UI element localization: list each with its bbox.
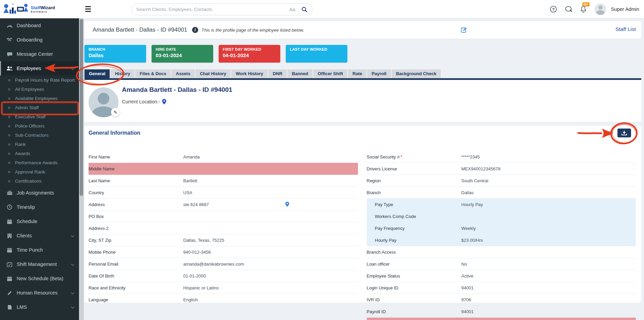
submenu-item-sub-contractors[interactable]: Sub-Contractors <box>0 131 79 140</box>
edit-page-icon[interactable] <box>461 27 467 34</box>
sidebar-item-job-assignments[interactable]: Job Assignments <box>0 186 79 200</box>
general-information-title: General Information <box>89 130 636 141</box>
submenu-item-payroll-hours[interactable]: Payroll Hours by Rate Report <box>0 75 79 85</box>
submenu-item-executive-staff[interactable]: Executive Staff <box>0 112 79 121</box>
field-label: Address <box>89 202 183 207</box>
sidebar-scrollbar[interactable] <box>79 18 84 320</box>
map-pin-icon[interactable] <box>162 99 166 104</box>
tab-officer-shift[interactable]: Officer Shift <box>313 69 347 78</box>
sidebar-item-employees[interactable]: Employees <box>0 61 79 75</box>
sidebar-item-timeslip[interactable]: Timeslip <box>0 200 79 214</box>
field-row-ivr-id: IVR ID9706 <box>367 294 636 306</box>
tab-general[interactable]: General <box>84 69 110 78</box>
submenu-item-certifications[interactable]: Certifications <box>0 176 79 186</box>
submenu-item-police-officers[interactable]: Police Officers <box>0 121 79 131</box>
card-value: 03-01-2024 <box>156 52 209 58</box>
tab-work-history[interactable]: Work History <box>231 69 268 78</box>
chat-bubble-icon <box>6 52 13 57</box>
avatar-edit-pencil-icon[interactable]: ✎ <box>111 108 120 117</box>
field-label: City, ST Zip <box>89 238 183 243</box>
user-avatar[interactable] <box>595 3 606 15</box>
field-value: MEX940012345678 <box>461 166 501 171</box>
sidebar-nav: Dashboard Onboarding Message Center Empl… <box>0 18 79 320</box>
sidebar-item-onboarding[interactable]: Onboarding <box>0 33 79 47</box>
submenu-item-approval-rank[interactable]: Approval Rank <box>0 167 79 176</box>
field-label: Loan officer <box>367 262 461 267</box>
sidebar-item-time-punch[interactable]: Time Punch <box>0 243 79 257</box>
sidebar-item-label: Message Center <box>17 51 53 57</box>
map-pin-icon[interactable] <box>285 202 289 208</box>
messages-chat-icon[interactable] <box>565 5 572 13</box>
staff-list-link[interactable]: Staff List <box>615 26 636 32</box>
bullet-icon <box>8 153 10 155</box>
tab-chat-history[interactable]: Chat History <box>195 69 231 78</box>
sidebar-item-clients[interactable]: Clients <box>0 229 79 243</box>
sidebar-item-shift-management[interactable]: Shift Management <box>0 257 79 271</box>
field-label: Payroll ID <box>367 309 461 314</box>
user-name[interactable]: Super Admin <box>611 6 639 12</box>
search-icon[interactable] <box>301 6 308 13</box>
submenu-label: Sub-Contractors <box>15 133 48 138</box>
submenu-label: All Employees <box>15 87 44 92</box>
tab-banned[interactable]: Banned <box>287 69 313 78</box>
submenu-item-rank[interactable]: Rank <box>0 140 79 149</box>
tab-background-check[interactable]: Background Check <box>392 69 441 78</box>
sidebar-item-new-schedule-beta[interactable]: New Schedule (Beta) <box>0 271 79 286</box>
export-edit-icon[interactable] <box>608 131 613 137</box>
general-info-right-column: Social Security #******2345 Drivers Lice… <box>367 151 636 320</box>
submenu-label: Performance Awards <box>15 160 58 165</box>
bullet-icon <box>8 125 10 127</box>
field-label: Workers Comp Code <box>375 214 461 219</box>
tab-dnr[interactable]: DNR <box>268 69 287 78</box>
submenu-item-all-employees[interactable]: All Employees <box>0 85 79 94</box>
gauge-icon <box>6 23 13 28</box>
sidebar-item-schedule[interactable]: Schedule <box>0 214 79 229</box>
employees-submenu: Payroll Hours by Rate Report All Employe… <box>0 75 79 186</box>
submenu-item-awards[interactable]: Awards <box>0 149 79 158</box>
field-row-first-name: First NameAmanda <box>89 151 358 163</box>
tab-history[interactable]: History <box>110 69 135 78</box>
field-label: Mobile Phone <box>89 250 183 255</box>
sidebar-item-label: Clients <box>17 233 32 238</box>
chevron-down-icon <box>71 263 75 266</box>
employee-name: Amanda Bartlett - Dallas - ID #94001 <box>122 86 232 94</box>
chevron-down-icon <box>71 234 75 237</box>
case-sensitivity-toggle[interactable]: Aa <box>289 7 295 12</box>
field-value: No <box>461 262 467 267</box>
file-icon <box>6 305 13 310</box>
scrollbar-thumb[interactable] <box>80 19 83 196</box>
tab-assets[interactable]: Assets <box>171 69 195 78</box>
sidebar-item-human-resources[interactable]: Human Resources <box>0 286 79 300</box>
field-row-race-ethnicity: Race and EthnicityHispanic or Latino <box>89 282 358 294</box>
tab-payroll[interactable]: Payroll <box>367 69 391 78</box>
help-icon[interactable]: ? <box>550 5 557 13</box>
sidebar-item-label: Time Punch <box>17 247 43 253</box>
navbar-right-group: ? 99+ Super Admin <box>550 0 639 18</box>
field-row-pay-type: Pay TypeHourly Pay <box>367 199 636 210</box>
submenu-item-admin-staff[interactable]: Admin Staff <box>0 103 79 112</box>
field-row-payroll-id: Payroll ID94001 <box>367 306 636 318</box>
bullet-icon <box>8 98 10 100</box>
sidebar-item-message-center[interactable]: Message Center <box>0 47 79 61</box>
current-location: Current Location:- <box>122 99 232 104</box>
page-header-card: Amanda Bartlett - Dallas - ID #94001 i T… <box>84 21 641 39</box>
sidebar-item-label: Schedule <box>17 219 37 224</box>
submenu-item-performance-awards[interactable]: Performance Awards <box>0 158 79 167</box>
field-row-branch-access: Branch Access <box>367 246 636 258</box>
tab-files-docs[interactable]: Files & Docs <box>135 69 171 78</box>
bullet-icon <box>8 79 10 81</box>
notifications-bell-icon[interactable]: 99+ <box>580 5 587 13</box>
global-search-input[interactable] <box>136 7 289 12</box>
tab-rate[interactable]: Rate <box>348 69 366 78</box>
brand-logo[interactable]: StaffWizard Software <box>3 1 74 17</box>
sidebar-item-dashboard[interactable]: Dashboard <box>0 18 79 33</box>
download-button[interactable] <box>617 129 631 137</box>
sidebar-item-lms[interactable]: LMS <box>0 300 79 314</box>
field-row-language: LanguageEnglish <box>89 294 358 306</box>
sidebar-toggle-hamburger-icon[interactable] <box>85 5 94 14</box>
hire-date-card: HIRE DATE 03-01-2024 <box>152 45 213 63</box>
field-row-country: CountryUSA <box>89 187 358 199</box>
submenu-item-available-employees[interactable]: Available Employees <box>0 94 79 103</box>
brand-staff: Staff <box>31 5 41 10</box>
submenu-label: Admin Staff <box>15 105 39 110</box>
